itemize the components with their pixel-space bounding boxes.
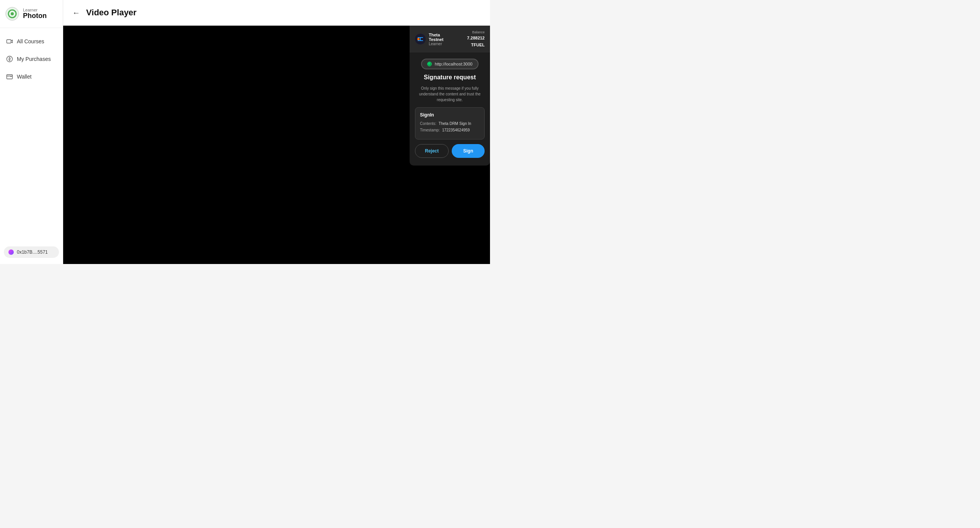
- sidebar-item-my-purchases-label: My Purchases: [17, 56, 51, 62]
- sidebar: Learner Photon All Courses My Purchases: [0, 0, 63, 264]
- wallet-network-info: Theta Testnet Learner: [429, 33, 454, 46]
- video-icon: [6, 38, 13, 45]
- contents-value: Theta DRM Sign In: [439, 121, 471, 126]
- popup-description: Only sign this message if you fully unde…: [415, 85, 485, 103]
- wallet-icon: [6, 73, 13, 80]
- wallet-address-badge[interactable]: 0x1b7B....5571: [4, 246, 59, 258]
- timestamp-value: 1722354624959: [442, 128, 470, 132]
- svg-point-2: [11, 12, 14, 15]
- wallet-address-text: 0x1b7B....5571: [17, 249, 48, 255]
- site-url-text: http://localhost:3000: [435, 62, 472, 66]
- logo-app-name: Photon: [23, 12, 47, 20]
- wallet-balance-amount: 7.288212 TFUEL: [467, 36, 485, 47]
- wallet-popup-header: Theta Testnet Learner Balance 7.288212 T…: [410, 26, 490, 52]
- svg-rect-5: [7, 75, 13, 79]
- popup-actions: Reject Sign: [415, 144, 485, 159]
- sidebar-navigation: All Courses My Purchases Wallet: [0, 28, 63, 240]
- wallet-popup-body: http://localhost:3000 Signature request …: [410, 52, 490, 166]
- sidebar-item-my-purchases[interactable]: My Purchases: [0, 50, 63, 68]
- signature-type: SignIn: [420, 112, 480, 118]
- page-title: Video Player: [86, 8, 137, 18]
- timestamp-label: Timestamp:: [420, 128, 440, 132]
- page-header: ← Video Player: [63, 0, 490, 26]
- main-content: ← Video Player Theta Testnet Learner: [63, 0, 490, 264]
- theta-logo-icon: [415, 34, 426, 44]
- back-button[interactable]: ←: [72, 8, 80, 17]
- sidebar-item-all-courses-label: All Courses: [17, 38, 44, 44]
- logo-text-group: Learner Photon: [23, 8, 47, 20]
- reject-button[interactable]: Reject: [415, 144, 449, 158]
- site-badge: http://localhost:3000: [421, 59, 479, 69]
- popup-title: Signature request: [424, 74, 476, 81]
- contents-label: Contents:: [420, 121, 436, 126]
- signature-details-box: SignIn Contents: Theta DRM Sign In Times…: [415, 107, 485, 139]
- sidebar-item-wallet-label: Wallet: [17, 74, 31, 80]
- signature-timestamp-row: Timestamp: 1722354624959: [420, 128, 480, 132]
- wallet-learner-label: Learner: [429, 42, 454, 46]
- wallet-header-left: Theta Testnet Learner: [415, 33, 454, 46]
- signature-contents-row: Contents: Theta DRM Sign In: [420, 121, 480, 126]
- video-player-area: Theta Testnet Learner Balance 7.288212 T…: [63, 26, 490, 264]
- site-badge-icon: [427, 62, 432, 66]
- wallet-avatar-dot: [8, 249, 14, 255]
- svg-point-7: [417, 38, 420, 40]
- sidebar-logo: Learner Photon: [0, 0, 63, 28]
- sidebar-item-all-courses[interactable]: All Courses: [0, 33, 63, 50]
- sign-button[interactable]: Sign: [452, 144, 485, 158]
- sidebar-item-wallet[interactable]: Wallet: [0, 68, 63, 85]
- wallet-signature-popup: Theta Testnet Learner Balance 7.288212 T…: [410, 26, 490, 166]
- svg-rect-3: [7, 40, 11, 43]
- wallet-network-name: Theta Testnet: [429, 33, 454, 42]
- dollar-circle-icon: [6, 56, 13, 62]
- wallet-balance-section: Balance 7.288212 TFUEL: [454, 30, 485, 48]
- photon-logo-icon: [5, 7, 19, 21]
- wallet-balance-label: Balance: [454, 30, 485, 34]
